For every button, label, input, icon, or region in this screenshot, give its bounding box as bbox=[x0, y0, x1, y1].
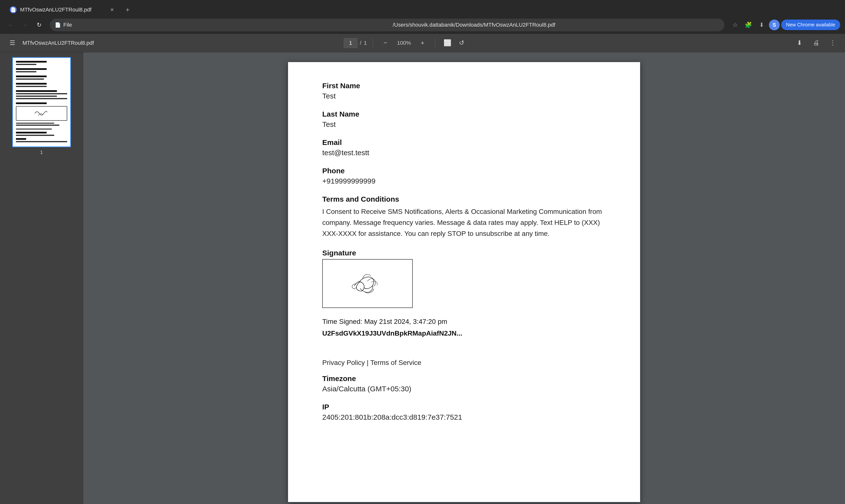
thumb-line-9 bbox=[16, 90, 57, 92]
pdf-viewer: ☰ MTfvOswzAnLU2FTRoul8.pdf / 1 − 100% + … bbox=[0, 34, 845, 504]
fit-page-button[interactable]: ⬜ bbox=[441, 37, 454, 49]
new-chrome-badge[interactable]: New Chrome available bbox=[781, 20, 840, 30]
tab-bar: 📄 MTfvOswzAnLU2FTRoul8.pdf ✕ + bbox=[0, 0, 845, 16]
signature-box bbox=[322, 259, 413, 308]
pdf-toolbar: ☰ MTfvOswzAnLU2FTRoul8.pdf / 1 − 100% + … bbox=[0, 34, 845, 52]
address-url: /Users/shouvik.dattabanik/Downloads/MTfv… bbox=[393, 22, 720, 28]
timezone-label: Timezone bbox=[322, 375, 606, 383]
download-pdf-button[interactable]: ⬇ bbox=[793, 37, 806, 49]
thumbnail-page-label: 1 bbox=[40, 149, 43, 155]
pdf-content-area: 1 First Name Test Last Name Test Email t… bbox=[0, 52, 845, 504]
thumb-line-10 bbox=[16, 93, 67, 94]
thumb-line-13 bbox=[16, 103, 47, 104]
page-number-input[interactable] bbox=[344, 38, 358, 48]
thumb-line-6 bbox=[16, 78, 44, 80]
separator-2 bbox=[435, 39, 435, 48]
reload-button[interactable]: ↻ bbox=[33, 19, 45, 31]
terms-of-service-link[interactable]: Terms of Service bbox=[371, 359, 421, 366]
rotate-button[interactable]: ↺ bbox=[455, 37, 468, 49]
page-thumbnail-1[interactable] bbox=[12, 57, 71, 147]
more-options-button[interactable]: ⋮ bbox=[826, 37, 839, 49]
pdf-zoom-controls: − 100% + bbox=[379, 37, 429, 49]
page-total: 1 bbox=[364, 40, 367, 46]
zoom-out-button[interactable]: − bbox=[379, 37, 392, 49]
signature-label: Signature bbox=[322, 249, 606, 257]
downloads-button[interactable]: ⬇ bbox=[756, 19, 768, 31]
user-avatar[interactable]: S bbox=[769, 20, 780, 30]
pdf-filename: MTfvOswzAnLU2FTRoul8.pdf bbox=[22, 40, 340, 46]
email-value: test@test.testt bbox=[322, 149, 606, 157]
pdf-page-controls: / 1 bbox=[344, 38, 367, 48]
tab-title: MTfvOswzAnLU2FTRoul8.pdf bbox=[20, 6, 105, 13]
timezone-value: Asia/Calcutta (GMT+05:30) bbox=[322, 385, 606, 393]
thumb-line-11 bbox=[16, 95, 57, 97]
phone-label: Phone bbox=[322, 167, 606, 175]
thumb-line-2 bbox=[16, 64, 36, 65]
thumb-line-12 bbox=[16, 98, 67, 99]
pdf-sidebar: 1 bbox=[0, 52, 83, 504]
thumb-line-17 bbox=[16, 132, 47, 133]
time-signed: Time Signed: May 21st 2024, 3:47:20 pm bbox=[322, 318, 606, 326]
last-name-label: Last Name bbox=[322, 110, 606, 118]
new-tab-button[interactable]: + bbox=[121, 3, 134, 16]
pdf-links: Privacy Policy | Terms of Service bbox=[322, 359, 606, 367]
thumb-line-20 bbox=[16, 141, 67, 142]
hash-value: U2FsdGVkX19J3UVdnBpkRMapAiafN2JN... bbox=[322, 329, 606, 337]
pdf-main-area[interactable]: First Name Test Last Name Test Email tes… bbox=[83, 52, 845, 504]
thumb-line-15 bbox=[16, 125, 60, 126]
page-separator: / bbox=[360, 40, 361, 46]
tab-close-button[interactable]: ✕ bbox=[109, 6, 115, 13]
thumb-line-8 bbox=[16, 86, 47, 87]
tab-favicon: 📄 bbox=[10, 6, 17, 13]
signature-drawing bbox=[323, 259, 412, 307]
link-separator: | bbox=[367, 359, 371, 366]
terms-label: Terms and Conditions bbox=[322, 195, 606, 203]
thumb-line-19 bbox=[16, 138, 26, 140]
phone-value: +919999999999 bbox=[322, 177, 606, 185]
pdf-toolbar-right: ⬜ ↺ bbox=[441, 37, 468, 49]
back-button[interactable]: ← bbox=[5, 19, 17, 31]
separator-1 bbox=[373, 39, 373, 48]
zoom-value: 100% bbox=[394, 40, 414, 46]
bookmark-button[interactable]: ☆ bbox=[729, 19, 741, 31]
thumb-line-7 bbox=[16, 83, 47, 85]
extensions-button[interactable]: 🧩 bbox=[742, 19, 754, 31]
zoom-in-button[interactable]: + bbox=[416, 37, 429, 49]
thumb-signature-svg bbox=[16, 107, 67, 120]
first-name-value: Test bbox=[322, 92, 606, 100]
forward-button[interactable]: → bbox=[19, 19, 31, 31]
thumbnail-container: 1 bbox=[4, 57, 79, 155]
address-bar[interactable]: 📄 File /Users/shouvik.dattabanik/Downloa… bbox=[50, 19, 724, 31]
email-label: Email bbox=[322, 138, 606, 147]
active-tab[interactable]: 📄 MTfvOswzAnLU2FTRoul8.pdf ✕ bbox=[4, 3, 121, 16]
last-name-value: Test bbox=[322, 120, 606, 129]
pdf-page: First Name Test Last Name Test Email tes… bbox=[288, 62, 640, 502]
sidebar-toggle-button[interactable]: ☰ bbox=[6, 37, 19, 49]
terms-text: I Consent to Receive SMS Notifications, … bbox=[322, 206, 606, 239]
privacy-policy-link[interactable]: Privacy Policy bbox=[322, 359, 365, 366]
thumb-line-16 bbox=[16, 129, 52, 129]
thumb-signature-box bbox=[16, 106, 67, 121]
thumb-line-1 bbox=[16, 61, 47, 62]
thumb-content bbox=[16, 61, 67, 142]
toolbar-right: ☆ 🧩 ⬇ S New Chrome available bbox=[729, 19, 840, 31]
thumb-line-3 bbox=[16, 68, 47, 70]
file-icon: 📄 bbox=[55, 22, 61, 28]
thumb-line-14 bbox=[16, 123, 55, 124]
first-name-label: First Name bbox=[322, 82, 606, 90]
address-prefix: File bbox=[63, 22, 390, 28]
thumb-line-4 bbox=[16, 71, 36, 72]
browser-chrome: 📄 MTfvOswzAnLU2FTRoul8.pdf ✕ + ← → ↻ 📄 F… bbox=[0, 0, 845, 34]
ip-value: 2405:201:801b:208a:dcc3:d819:7e37:7521 bbox=[322, 413, 606, 421]
thumb-line-18 bbox=[16, 135, 55, 136]
browser-controls: ← → ↻ 📄 File /Users/shouvik.dattabanik/D… bbox=[0, 16, 845, 34]
ip-label: IP bbox=[322, 403, 606, 411]
time-signed-label: Time Signed: May 21st 2024, 3:47:20 pm bbox=[322, 318, 447, 325]
thumb-line-5 bbox=[16, 75, 47, 77]
print-button[interactable]: 🖨 bbox=[810, 37, 823, 49]
